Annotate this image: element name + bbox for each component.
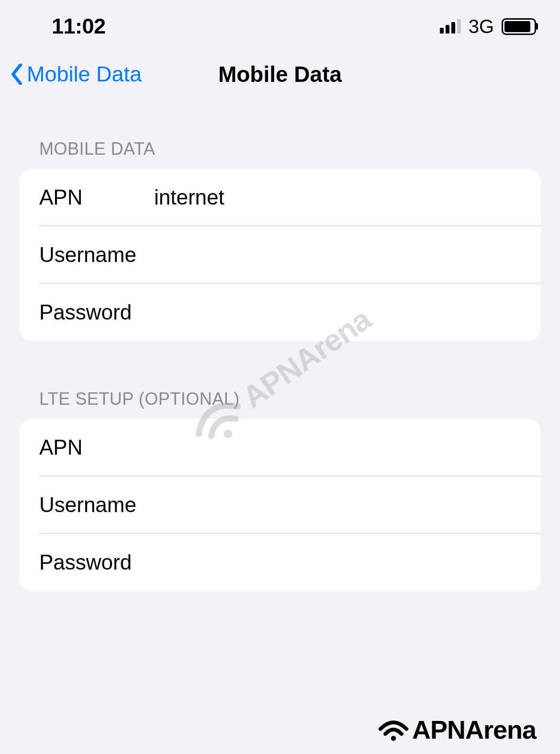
back-button[interactable]: Mobile Data bbox=[10, 62, 142, 87]
field-label-apn: APN bbox=[39, 185, 154, 209]
navigation-bar: Mobile Data Mobile Data bbox=[0, 53, 560, 96]
signal-icon bbox=[440, 19, 461, 34]
lte-username-input[interactable] bbox=[154, 493, 521, 517]
password-input[interactable] bbox=[154, 300, 521, 324]
svg-point-1 bbox=[391, 736, 396, 741]
field-label-lte-username: Username bbox=[39, 493, 154, 517]
field-row-lte-apn[interactable]: APN bbox=[19, 419, 541, 476]
wifi-icon bbox=[377, 717, 410, 742]
page-title: Mobile Data bbox=[218, 61, 342, 87]
field-label-lte-password: Password bbox=[39, 550, 154, 574]
field-label-lte-apn: APN bbox=[39, 435, 154, 459]
field-row-lte-password[interactable]: Password bbox=[19, 534, 541, 591]
status-time: 11:02 bbox=[52, 14, 106, 39]
status-bar: 11:02 3G bbox=[0, 0, 560, 53]
field-row-apn[interactable]: APN bbox=[19, 169, 541, 226]
lte-apn-input[interactable] bbox=[154, 435, 521, 459]
username-input[interactable] bbox=[154, 243, 521, 267]
footer-logo-text: APNArena bbox=[412, 715, 536, 744]
back-button-label: Mobile Data bbox=[27, 62, 142, 87]
field-label-username: Username bbox=[39, 243, 154, 267]
section-header-mobile-data: MOBILE DATA bbox=[39, 139, 541, 159]
section-card-lte-setup: APN Username Password bbox=[19, 419, 541, 591]
network-type: 3G bbox=[469, 16, 494, 37]
field-row-lte-username[interactable]: Username bbox=[19, 476, 541, 534]
field-row-username[interactable]: Username bbox=[19, 226, 541, 284]
field-label-password: Password bbox=[39, 300, 154, 324]
section-header-lte-setup: LTE SETUP (OPTIONAL) bbox=[39, 389, 541, 409]
chevron-left-icon bbox=[10, 64, 24, 85]
footer-logo: APNArena bbox=[377, 715, 536, 744]
field-row-password[interactable]: Password bbox=[19, 284, 541, 341]
lte-password-input[interactable] bbox=[154, 550, 521, 574]
status-indicators: 3G bbox=[440, 16, 536, 37]
section-card-mobile-data: APN Username Password bbox=[19, 169, 541, 341]
apn-input[interactable] bbox=[154, 185, 521, 209]
content: MOBILE DATA APN Username Password LTE SE… bbox=[0, 139, 560, 591]
battery-icon bbox=[502, 18, 536, 35]
